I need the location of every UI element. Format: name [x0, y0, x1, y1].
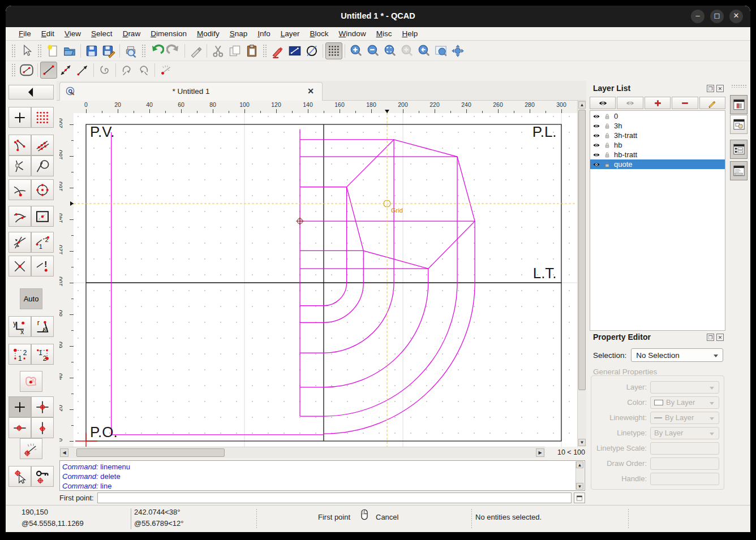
restrict-vertical-button[interactable]: [31, 417, 54, 438]
prompt-dialog-icon[interactable]: [574, 493, 585, 503]
drawing-preferences-button[interactable]: [286, 42, 303, 59]
property-handle-control[interactable]: [650, 473, 719, 485]
snap-perpendicular-button[interactable]: [8, 155, 31, 176]
layer-row-3h-tratt[interactable]: 3h-tratt: [590, 131, 725, 140]
property-layer-control[interactable]: [650, 381, 719, 394]
title-bar[interactable]: Untitled 1 * - QCAD – ◻ ✕: [6, 6, 750, 27]
redo-button[interactable]: [165, 42, 182, 59]
snap-angle-button[interactable]: [20, 438, 42, 459]
layer-row-hb[interactable]: hb: [590, 140, 725, 150]
float-panel-icon[interactable]: ❐: [707, 334, 714, 341]
console-scroll-down-icon[interactable]: ▼: [576, 483, 583, 490]
paste-button[interactable]: [243, 42, 260, 59]
menu-draw[interactable]: Draw: [118, 28, 146, 39]
snap-endpoints-button[interactable]: [8, 135, 31, 155]
layer-lock-icon[interactable]: [603, 132, 611, 140]
new-file-button[interactable]: [44, 42, 61, 59]
line-menu-back-button[interactable]: [18, 62, 35, 79]
scroll-up-icon[interactable]: ▲: [578, 101, 586, 109]
property-color-control[interactable]: By Layer: [650, 396, 719, 409]
toolbar-drag-handle[interactable]: [141, 44, 146, 58]
dimension-tool-button[interactable]: [20, 371, 42, 392]
zoom-selection-button[interactable]: [398, 42, 415, 59]
restrict-horizontal-button[interactable]: [8, 417, 31, 438]
menu-dimension[interactable]: Dimension: [145, 28, 192, 39]
freehand-line-button[interactable]: [96, 62, 113, 79]
layer-visibility-icon[interactable]: [592, 113, 600, 120]
maximize-button[interactable]: ◻: [710, 10, 724, 23]
toolbar-drag-handle[interactable]: [11, 44, 16, 58]
set-relative-zero-button[interactable]: [8, 466, 31, 487]
vertical-scroll-thumb[interactable]: [578, 110, 586, 390]
print-preview-button[interactable]: [122, 42, 139, 59]
tab-close-icon[interactable]: ✕: [307, 87, 314, 96]
snap-auto-button[interactable]: [8, 179, 31, 200]
save-as-button[interactable]: [100, 42, 117, 59]
auto-zoom-button[interactable]: [381, 42, 398, 59]
property-draworder-control[interactable]: [650, 457, 719, 470]
snap-tangent-point-button[interactable]: [8, 206, 31, 227]
ray-button[interactable]: [157, 62, 174, 79]
console-scroll-up-icon[interactable]: ▲: [576, 461, 583, 468]
polyline-button[interactable]: [118, 62, 135, 79]
layer-visibility-icon[interactable]: [592, 122, 600, 130]
menu-layer[interactable]: Layer: [276, 28, 305, 39]
menu-modify[interactable]: Modify: [192, 28, 225, 39]
line-horizontal-button[interactable]: [74, 62, 91, 79]
window-zoom-button[interactable]: [432, 42, 449, 59]
menu-select[interactable]: Select: [86, 28, 118, 39]
layer-lock-icon[interactable]: [603, 151, 611, 159]
layer-list-toggle[interactable]: [730, 140, 748, 159]
property-linetype-control[interactable]: By Layer: [650, 427, 719, 439]
show-all-layers-button[interactable]: [590, 97, 616, 109]
command-history[interactable]: Command: linemenuCommand: deleteCommand:…: [59, 460, 585, 491]
layer-visibility-icon[interactable]: [592, 132, 600, 140]
snap-auto-intersection-button[interactable]: [8, 256, 31, 277]
float-panel-icon[interactable]: ❐: [707, 85, 714, 92]
edit-tool-button[interactable]: [187, 42, 204, 59]
scroll-left-icon[interactable]: ◀: [60, 448, 68, 457]
layer-lock-icon[interactable]: [603, 141, 611, 149]
close-panel-icon[interactable]: ✕: [716, 85, 724, 92]
open-file-button[interactable]: [61, 42, 78, 59]
scroll-down-icon[interactable]: ▼: [578, 439, 586, 446]
zoom-out-button[interactable]: [364, 42, 381, 59]
selection-dropdown[interactable]: No Selection: [631, 348, 723, 362]
zoom-in-button[interactable]: [347, 42, 364, 59]
snap-distance-button[interactable]: !: [31, 256, 54, 277]
layer-row-3h[interactable]: 3h: [590, 121, 725, 131]
grid-toggle-button[interactable]: [325, 42, 342, 59]
drawing-canvas[interactable]: GridP.V.P.L.L.T.P.O.: [74, 113, 577, 447]
relative-polar-button[interactable]: 12: [31, 344, 54, 365]
close-panel-icon[interactable]: ✕: [716, 334, 724, 341]
edit-layer-button[interactable]: [699, 97, 725, 109]
select-tool-button[interactable]: [18, 42, 35, 59]
snap-center-button[interactable]: [31, 179, 54, 200]
layer-lock-icon[interactable]: [603, 122, 611, 130]
application-preferences-button[interactable]: [269, 42, 286, 59]
polyline-segments-button[interactable]: [135, 62, 152, 79]
back-to-main-menu-button[interactable]: [8, 85, 54, 100]
snap-free-button[interactable]: [8, 107, 31, 128]
menu-info[interactable]: Info: [252, 28, 276, 39]
layer-row-hb-tratt[interactable]: hb-tratt: [590, 150, 725, 159]
menu-block[interactable]: Block: [305, 28, 334, 39]
lock-relative-zero-button[interactable]: [31, 466, 54, 487]
menu-help[interactable]: Help: [397, 28, 423, 39]
snap-tangent-button[interactable]: [31, 155, 54, 176]
dock-drag-handle[interactable]: [731, 84, 747, 88]
layer-visibility-icon[interactable]: [592, 161, 600, 169]
library-browser-toggle[interactable]: [730, 95, 748, 114]
pan-zoom-button[interactable]: [449, 42, 466, 59]
previous-view-button[interactable]: [415, 42, 432, 59]
document-tab[interactable]: Q * Untitled 1 ✕: [59, 82, 323, 101]
snap-auto-toggle-button[interactable]: Auto: [20, 288, 42, 309]
save-button[interactable]: [83, 42, 100, 59]
layer-visibility-icon[interactable]: [592, 151, 600, 159]
vertical-scrollbar[interactable]: ▲ ▼: [577, 101, 586, 447]
hide-all-layers-button[interactable]: [617, 97, 643, 109]
menu-window[interactable]: Window: [334, 28, 371, 39]
scroll-right-icon[interactable]: ▶: [536, 448, 544, 457]
close-button[interactable]: ✕: [729, 10, 743, 23]
relative-cartesian-button[interactable]: 12: [8, 344, 31, 365]
